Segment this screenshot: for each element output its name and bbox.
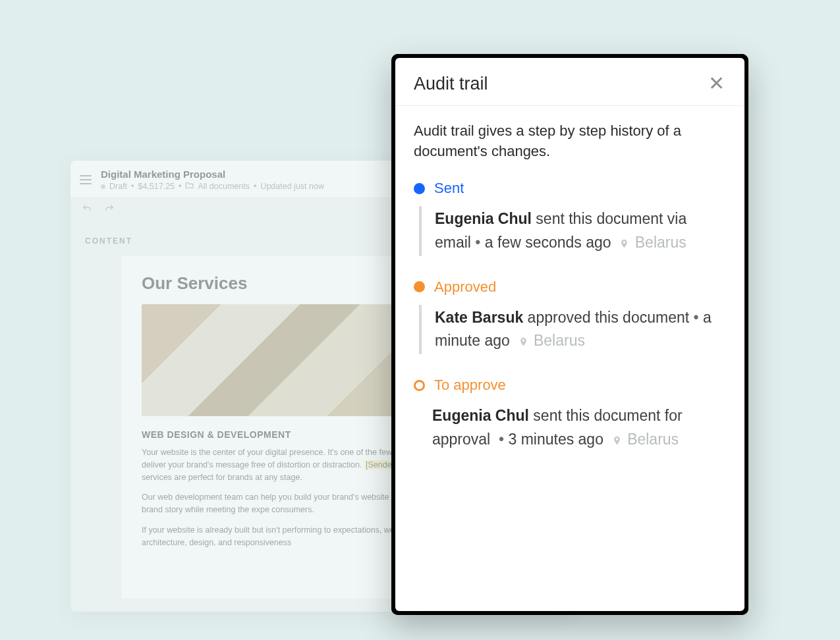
event-status: To approve (434, 377, 506, 394)
event-actor: Eugenia Chul (435, 210, 532, 227)
document-updated: Updated just now (260, 182, 324, 191)
location-pin-icon (518, 333, 528, 350)
redo-icon[interactable] (103, 203, 115, 217)
image-placeholder[interactable] (142, 304, 426, 416)
audit-event: Approved Kate Barsuk approved this docum… (414, 279, 726, 354)
event-status: Approved (434, 279, 496, 296)
audit-event: Sent Eugenia Chul sent this document via… (414, 180, 726, 255)
event-location: Belarus (627, 431, 679, 448)
menu-icon[interactable] (80, 175, 92, 184)
event-actor: Eugenia Chul (432, 407, 529, 424)
status-dot-icon (101, 184, 105, 189)
undo-icon[interactable] (81, 203, 93, 217)
panel-intro: Audit trail gives a step by step history… (414, 120, 726, 161)
event-actor: Kate Barsuk (435, 309, 523, 326)
location-pin-icon (612, 431, 622, 448)
location-pin-icon (619, 234, 629, 252)
audit-event: To approve Eugenia Chul sent this docume… (414, 377, 726, 452)
document-folder[interactable]: All documents (198, 182, 250, 191)
event-status: Sent (434, 180, 464, 197)
event-description: Kate Barsuk approved this document • a m… (419, 305, 726, 354)
document-status: Draft (109, 182, 127, 191)
content-panel-label: CONTENT (85, 236, 132, 246)
folder-icon (185, 182, 194, 191)
document-amount: $4,517.25 (138, 182, 175, 191)
status-dot-icon (414, 380, 425, 391)
event-description: Eugenia Chul sent this document via emai… (419, 206, 726, 255)
event-description: Eugenia Chul sent this document for appr… (419, 403, 726, 452)
audit-trail-panel: Audit trail ✕ Audit trail gives a step b… (391, 54, 748, 615)
event-location: Belarus (635, 234, 686, 251)
close-icon[interactable]: ✕ (706, 72, 727, 95)
event-location: Belarus (534, 332, 585, 349)
panel-title: Audit trail (414, 74, 488, 94)
status-dot-icon (414, 281, 425, 292)
status-dot-icon (414, 183, 425, 194)
